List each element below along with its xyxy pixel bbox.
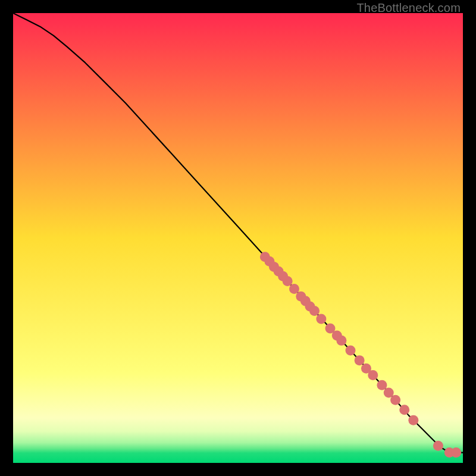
- data-point: [346, 346, 356, 356]
- data-point: [377, 380, 387, 390]
- data-point: [368, 370, 378, 380]
- chart-frame: [13, 13, 463, 463]
- data-point: [289, 284, 299, 294]
- data-point: [309, 306, 320, 316]
- data-point: [408, 415, 418, 425]
- data-point: [433, 441, 443, 451]
- bottleneck-chart: [13, 13, 463, 463]
- data-point: [399, 405, 409, 415]
- watermark-text: TheBottleneck.com: [356, 1, 461, 15]
- data-point: [283, 276, 293, 286]
- data-point: [355, 355, 365, 365]
- data-point: [316, 314, 326, 324]
- data-point: [336, 336, 346, 346]
- data-point: [390, 395, 400, 405]
- data-point: [451, 447, 461, 458]
